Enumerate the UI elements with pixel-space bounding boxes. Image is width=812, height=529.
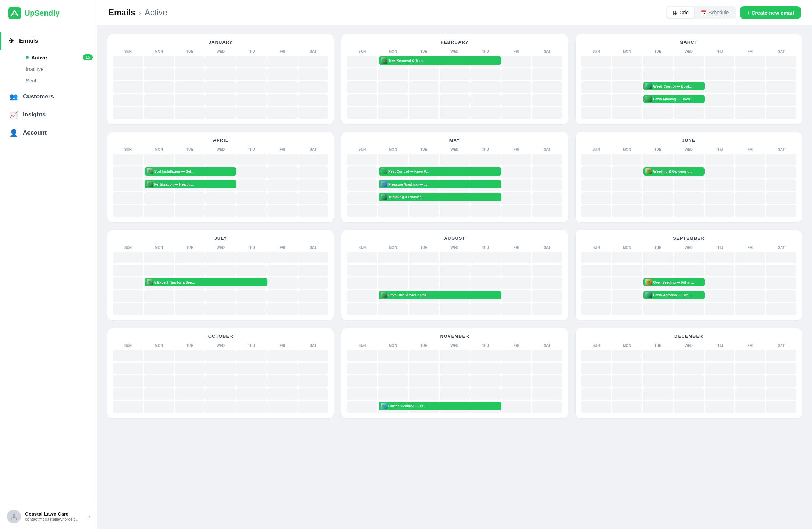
day-header: WED <box>205 245 236 250</box>
calendar-cell <box>378 388 408 400</box>
sidebar-item-emails[interactable]: ✈ Emails <box>0 32 97 50</box>
calendar-cell <box>674 350 704 361</box>
calendar-cell <box>501 363 531 374</box>
email-event[interactable]: 🌿Lawn Mowing — Book... <box>643 95 705 103</box>
calendar-cell <box>501 350 531 361</box>
calendar-cell <box>347 192 377 204</box>
month-title: MARCH <box>581 40 796 45</box>
calendar-cell <box>236 166 267 178</box>
email-event[interactable]: 🌿5 Expert Tips for a Bea... <box>145 278 267 286</box>
email-event[interactable]: 🌿Trimming & Pruning ... <box>379 193 501 201</box>
sidebar-item-sent[interactable]: Sent <box>22 75 97 86</box>
calendar-cell <box>267 303 298 315</box>
calendar-cell <box>674 303 704 315</box>
grid-view-button[interactable]: ▦ Grid <box>667 7 694 18</box>
calendar-cell <box>236 68 267 80</box>
calendar-cell <box>735 205 765 217</box>
email-event[interactable]: 🌿Sod Installation — Get... <box>145 167 236 176</box>
calendar-cell <box>674 388 704 400</box>
schedule-icon: 📅 <box>700 10 706 15</box>
calendar-cell <box>175 303 205 315</box>
calendar-cell <box>236 264 267 276</box>
calendar-cell <box>175 388 205 400</box>
calendar-cell <box>378 81 408 93</box>
calendar-cell <box>347 252 377 263</box>
calendar-cell <box>674 375 704 387</box>
day-headers: SUNMONTUEWEDTHUFRISAT <box>113 245 328 250</box>
email-event[interactable]: 🌿Fertilization — Healthi... <box>145 180 236 188</box>
calendar-cell <box>378 350 408 361</box>
event-thumbnail: 🌿 <box>381 168 387 174</box>
month-title: JULY <box>113 236 328 241</box>
calendar-week <box>113 94 328 106</box>
email-event[interactable]: 🌿Weeding & Gardening... <box>643 167 705 176</box>
day-headers: SUNMONTUEWEDTHUFRISAT <box>581 147 796 152</box>
calendar-cell <box>298 56 328 67</box>
calendar-cell <box>735 94 765 106</box>
email-event[interactable]: 🌿Weed Control — Book... <box>643 82 705 90</box>
month-card-september: SEPTEMBERSUNMONTUEWEDTHUFRISAT🌿Over-Seed… <box>575 230 802 321</box>
active-dot <box>26 56 29 59</box>
calendar-cell <box>674 363 704 374</box>
create-new-email-button[interactable]: + Create new email <box>740 6 801 19</box>
calendar-cell <box>298 107 328 119</box>
sidebar-item-customers[interactable]: 👥 Customers <box>0 88 97 106</box>
logo[interactable]: UpSendly <box>0 0 97 26</box>
calendar-cell <box>501 179 531 191</box>
email-event[interactable]: 🌿Pest Control — Keep P... <box>379 167 501 176</box>
calendar-cell <box>532 107 562 119</box>
day-header: THU <box>470 147 501 152</box>
calendar-week <box>347 107 562 119</box>
calendar-cell <box>581 179 611 191</box>
calendar-cell <box>113 363 143 374</box>
day-header: WED <box>440 245 470 250</box>
email-event[interactable]: 🌿Tree Removal & Trim... <box>379 56 501 65</box>
schedule-view-button[interactable]: 📅 Schedule <box>695 7 734 18</box>
sidebar-item-active[interactable]: Active 15 <box>22 51 97 63</box>
calendar-cell <box>236 252 267 263</box>
sidebar-item-insights[interactable]: 📈 Insights <box>0 106 97 124</box>
month-title: SEPTEMBER <box>581 236 796 241</box>
calendar-cell <box>175 192 205 204</box>
calendar-week <box>347 154 562 165</box>
calendar-cell <box>236 290 267 302</box>
calendar-cell <box>205 350 236 361</box>
calendar-cell <box>144 154 174 165</box>
calendar-cell <box>347 94 377 106</box>
calendar-cell <box>144 68 174 80</box>
calendar-cell <box>612 166 642 178</box>
email-event[interactable]: 🌿Love Our Service? Sha... <box>379 291 501 299</box>
calendar-cell <box>705 205 735 217</box>
calendar-cell <box>766 363 796 374</box>
calendar-cell <box>267 81 298 93</box>
event-label: Gutter Cleaning — Pr... <box>388 404 426 408</box>
calendar-weeks: 🌿Pest Control — Keep P...🌿Pressure Washi… <box>347 154 562 217</box>
day-header: TUE <box>409 245 439 250</box>
active-label: Active <box>31 55 47 60</box>
calendar-cell <box>378 107 408 119</box>
sidebar-item-account[interactable]: 👤 Account <box>0 124 97 142</box>
calendar-cell <box>409 205 439 217</box>
calendar-cell <box>766 192 796 204</box>
email-event[interactable]: 🌿Pressure Washing — ... <box>379 180 501 188</box>
email-event[interactable]: 🌿Gutter Cleaning — Pr... <box>379 402 501 410</box>
calendar-cell <box>612 56 642 67</box>
day-header: SAT <box>298 147 328 152</box>
calendar-week: 🌿Pressure Washing — ... <box>347 179 562 191</box>
day-header: SAT <box>532 245 562 250</box>
calendar-cell <box>298 166 328 178</box>
event-label: 5 Expert Tips for a Bea... <box>154 280 195 284</box>
calendar-cell <box>409 375 439 387</box>
day-header: SUN <box>581 343 611 348</box>
calendar-cell <box>298 290 328 302</box>
calendar-cell <box>144 192 174 204</box>
user-profile[interactable]: Coastal Lawn Care contact@coastallawnpro… <box>0 504 97 529</box>
calendar-cell <box>674 154 704 165</box>
day-header: THU <box>236 147 267 152</box>
sidebar-item-inactive[interactable]: Inactive <box>22 63 97 75</box>
calendar-cell <box>205 252 236 263</box>
calendar-cell <box>705 252 735 263</box>
day-header: FRI <box>501 343 531 348</box>
email-event[interactable]: 🌿Over-Seeding — Fill in ... <box>643 278 705 286</box>
email-event[interactable]: 🌿Lawn Aeration — Bre... <box>643 291 705 299</box>
